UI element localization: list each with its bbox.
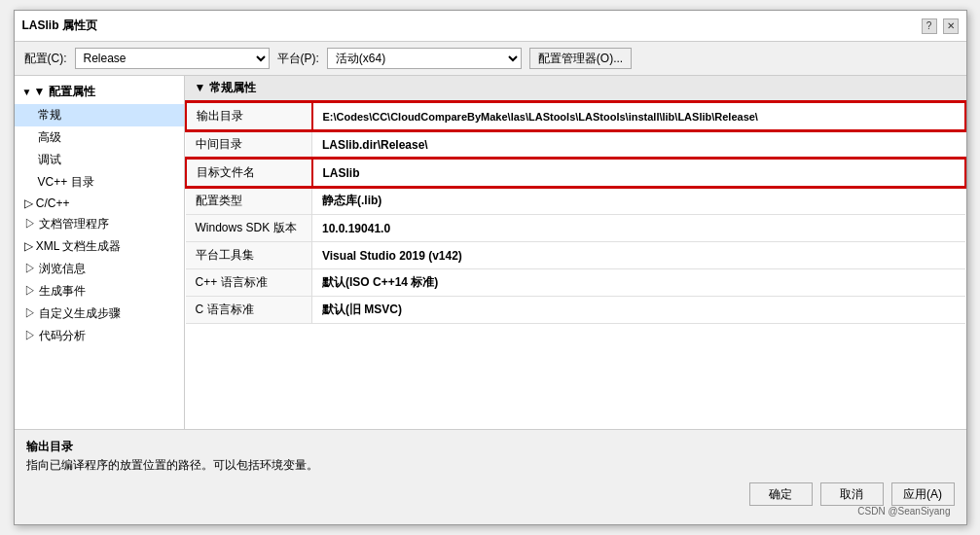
sidebar-item-advanced[interactable]: 高级	[15, 126, 184, 149]
sidebar-group-custom-build[interactable]: ▷ 自定义生成步骤	[15, 303, 184, 325]
title-controls: ? ✕	[922, 18, 959, 34]
section-header-label: ▼ 常规属性	[195, 80, 256, 96]
platform-select[interactable]: 活动(x64)	[327, 48, 522, 69]
property-key-label: 配置类型	[196, 194, 242, 207]
sidebar-item-vc-dirs-label: VC++ 目录	[38, 175, 94, 189]
sidebar-group-cpp-label: ▷ C/C++	[24, 196, 70, 210]
property-table: 输出目录 E:\Codes\CC\CloudCompareByMake\las\…	[185, 101, 966, 324]
property-value: LASlib	[312, 159, 965, 187]
config-manager-button[interactable]: 配置管理器(O)...	[529, 48, 632, 69]
property-value-text: E:\Codes\CC\CloudCompareByMake\las\LASto…	[323, 111, 758, 123]
sidebar: ▼ ▼ 配置属性 常规 高级 调试 VC++ 目录 ▷ C/C++ ▷ 文档管理…	[15, 76, 185, 429]
apply-button[interactable]: 应用(A)	[891, 482, 955, 506]
property-value: Visual Studio 2019 (v142)	[312, 242, 965, 269]
help-button[interactable]: ?	[922, 18, 937, 34]
property-key: C++ 语言标准	[186, 269, 312, 297]
watermark: CSDN @SeanSiyang	[26, 506, 955, 517]
footer-desc-text: 指向已编译程序的放置位置的路径。可以包括环境变量。	[26, 456, 955, 475]
table-row[interactable]: C 语言标准 默认(旧 MSVC)	[186, 297, 965, 324]
table-row[interactable]: 中间目录 LASlib.dir\Release\	[186, 130, 965, 159]
sidebar-group-code-analysis-label: ▷ 代码分析	[24, 328, 86, 344]
sidebar-group-browse-label: ▷ 浏览信息	[24, 261, 86, 277]
property-key: 目标文件名	[186, 159, 312, 187]
table-row[interactable]: 输出目录 E:\Codes\CC\CloudCompareByMake\las\…	[186, 102, 965, 130]
sidebar-item-debug[interactable]: 调试	[15, 149, 184, 171]
property-key-label: 目标文件名	[197, 165, 255, 179]
sidebar-group-cpp[interactable]: ▷ C/C++	[15, 194, 184, 213]
property-key-label: 输出目录	[197, 109, 243, 123]
property-value: LASlib.dir\Release\	[312, 130, 965, 159]
sidebar-item-general-label: 常规	[38, 108, 61, 122]
sidebar-group-code-analysis[interactable]: ▷ 代码分析	[15, 325, 184, 347]
table-row[interactable]: Windows SDK 版本 10.0.19041.0	[186, 215, 965, 242]
property-value: 默认(ISO C++14 标准)	[312, 269, 965, 297]
property-value: 10.0.19041.0	[312, 215, 965, 242]
property-value-text: Visual Studio 2019 (v142)	[322, 249, 462, 263]
cancel-button[interactable]: 取消	[820, 482, 884, 506]
property-value-text: LASlib	[323, 166, 360, 180]
ok-button[interactable]: 确定	[749, 482, 813, 506]
property-value-text: 10.0.19041.0	[322, 222, 390, 235]
property-key-label: 平台工具集	[196, 248, 254, 262]
sidebar-group-build-events-label: ▷ 生成事件	[24, 283, 86, 300]
property-key-label: 中间目录	[196, 137, 242, 151]
close-button[interactable]: ✕	[943, 18, 959, 34]
toolbar: 配置(C): Release 平台(P): 活动(x64) 配置管理器(O)..…	[15, 42, 966, 76]
table-row[interactable]: C++ 语言标准 默认(ISO C++14 标准)	[186, 269, 965, 297]
sidebar-item-vc-dirs[interactable]: VC++ 目录	[15, 171, 184, 194]
sidebar-group-linker-label: ▷ 文档管理程序	[24, 216, 109, 232]
property-key-label: C++ 语言标准	[196, 275, 268, 289]
table-row[interactable]: 平台工具集 Visual Studio 2019 (v142)	[186, 242, 965, 269]
dialog-title: LASlib 属性页	[22, 18, 97, 34]
footer-title: 输出目录	[26, 438, 955, 456]
sidebar-root-label: ▼ 配置属性	[33, 84, 94, 100]
table-row[interactable]: 目标文件名 LASlib	[186, 159, 965, 187]
root-arrow: ▼	[22, 87, 32, 97]
config-select[interactable]: Release	[75, 48, 270, 69]
section-header: ▼ 常规属性	[185, 76, 966, 101]
property-value: E:\Codes\CC\CloudCompareByMake\las\LASto…	[312, 102, 965, 130]
title-bar: LASlib 属性页 ? ✕	[15, 11, 966, 42]
property-key: 配置类型	[186, 187, 312, 215]
sidebar-group-xml[interactable]: ▷ XML 文档生成器	[15, 235, 184, 258]
property-value-text: 默认(旧 MSVC)	[322, 303, 402, 316]
property-key: Windows SDK 版本	[186, 215, 312, 242]
property-value-text: 静态库(.lib)	[322, 194, 381, 207]
property-value: 静态库(.lib)	[312, 187, 965, 215]
property-key: 平台工具集	[186, 242, 312, 269]
content-area: ▼ 常规属性 输出目录 E:\Codes\CC\CloudCompareByMa…	[185, 76, 966, 429]
sidebar-item-general[interactable]: 常规	[15, 104, 184, 126]
property-key-label: C 语言标准	[196, 303, 254, 316]
property-value: 默认(旧 MSVC)	[312, 297, 965, 324]
platform-label: 平台(P):	[277, 51, 319, 67]
property-value-text: LASlib.dir\Release\	[322, 138, 428, 152]
sidebar-item-debug-label: 调试	[38, 153, 61, 166]
sidebar-group-xml-label: ▷ XML 文档生成器	[24, 238, 122, 255]
sidebar-group-browse[interactable]: ▷ 浏览信息	[15, 258, 184, 280]
footer-description: 输出目录 指向已编译程序的放置位置的路径。可以包括环境变量。	[26, 438, 955, 475]
sidebar-group-build-events[interactable]: ▷ 生成事件	[15, 280, 184, 303]
sidebar-item-advanced-label: 高级	[38, 130, 61, 144]
main-content: ▼ ▼ 配置属性 常规 高级 调试 VC++ 目录 ▷ C/C++ ▷ 文档管理…	[15, 76, 966, 429]
property-value-text: 默认(ISO C++14 标准)	[322, 275, 438, 289]
property-key: 输出目录	[186, 102, 312, 130]
footer: 输出目录 指向已编译程序的放置位置的路径。可以包括环境变量。 确定 取消 应用(…	[15, 429, 966, 524]
property-key-label: Windows SDK 版本	[196, 221, 297, 234]
sidebar-group-linker[interactable]: ▷ 文档管理程序	[15, 213, 184, 235]
property-key: 中间目录	[186, 130, 312, 159]
dialog: LASlib 属性页 ? ✕ 配置(C): Release 平台(P): 活动(…	[14, 10, 967, 525]
table-row[interactable]: 配置类型 静态库(.lib)	[186, 187, 965, 215]
footer-buttons: 确定 取消 应用(A)	[26, 482, 955, 506]
sidebar-group-custom-build-label: ▷ 自定义生成步骤	[24, 305, 121, 322]
sidebar-root[interactable]: ▼ ▼ 配置属性	[15, 80, 184, 104]
config-label: 配置(C):	[24, 51, 67, 67]
property-key: C 语言标准	[186, 297, 312, 324]
